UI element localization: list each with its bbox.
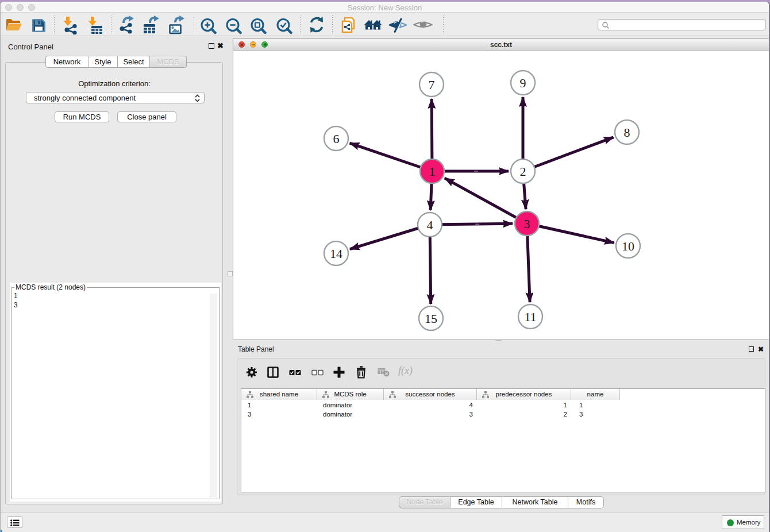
svg-text:10: 10: [622, 239, 634, 253]
svg-text:3: 3: [524, 217, 530, 231]
svg-text:4: 4: [427, 218, 433, 232]
svg-text:11: 11: [524, 310, 536, 324]
svg-text:7: 7: [429, 78, 435, 92]
svg-text:9: 9: [520, 76, 526, 90]
svg-text:15: 15: [425, 311, 437, 326]
svg-text:8: 8: [624, 125, 630, 140]
svg-text:2: 2: [520, 164, 526, 179]
svg-text:6: 6: [333, 132, 340, 146]
svg-text:14: 14: [330, 246, 342, 261]
svg-text:1: 1: [429, 164, 436, 179]
